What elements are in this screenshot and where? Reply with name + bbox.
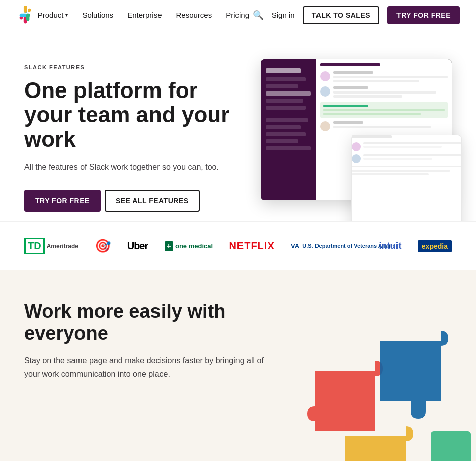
logo-uber: Uber	[127, 240, 148, 252]
nav-right: 🔍 Sign in TALK TO SALES TRY FOR FREE	[253, 6, 460, 24]
see-all-features-button[interactable]: SEE ALL FEATURES	[105, 190, 200, 212]
try-for-free-nav-button[interactable]: TRY FOR FREE	[387, 6, 460, 24]
hero-subtitle: All the features of Slack work together …	[24, 161, 235, 173]
section-work-title: Work more easily with everyone	[24, 301, 266, 344]
hero-label: SLACK FEATURES	[24, 64, 235, 70]
section-work: Work more easily with everyone Stay on t…	[0, 270, 476, 461]
sign-in-link[interactable]: Sign in	[272, 11, 295, 19]
nav-resources[interactable]: Resources	[176, 11, 212, 19]
hero-screenshot-overlay	[351, 135, 462, 221]
logo-target: 🎯	[95, 238, 111, 254]
section-work-left: Work more easily with everyone Stay on t…	[24, 301, 266, 401]
logo-va: VA U.S. Department of Veterans Affairs	[291, 242, 363, 250]
nav-product[interactable]: Product ▾	[38, 11, 68, 19]
logo-netflix: NETFLIX	[229, 240, 274, 252]
chevron-down-icon: ▾	[65, 12, 68, 18]
logos-bar: TD Ameritrade 🎯 Uber + one medical NETFL…	[0, 221, 476, 270]
logo-one-medical: + one medical	[165, 241, 213, 251]
nav-enterprise[interactable]: Enterprise	[127, 11, 162, 19]
hero-section: SLACK FEATURES One platform for your tea…	[0, 30, 476, 221]
search-button[interactable]: 🔍	[253, 10, 264, 21]
puzzle-svg	[275, 291, 476, 461]
hero-screenshot-area	[235, 54, 452, 215]
section-work-description: Stay on the same page and make decisions…	[24, 354, 266, 380]
nav-solutions[interactable]: Solutions	[82, 11, 113, 19]
talk-to-sales-button[interactable]: TALK TO SALES	[303, 6, 379, 24]
svg-rect-0	[431, 431, 471, 461]
try-for-free-hero-button[interactable]: TRY FOR FREE	[24, 190, 101, 212]
nav-links: Product ▾ Solutions Enterprise Resources…	[38, 11, 249, 19]
hero-left: SLACK FEATURES One platform for your tea…	[24, 54, 235, 212]
logo[interactable]	[16, 6, 34, 24]
hero-ctas: TRY FOR FREE SEE ALL FEATURES	[24, 190, 235, 212]
logo-intuit: intuit	[379, 241, 402, 251]
screenshot-sidebar	[261, 59, 316, 200]
puzzle-illustration	[275, 291, 476, 461]
logo-td-ameritrade: TD Ameritrade	[24, 238, 78, 254]
hero-title: One platform for your team and your work	[24, 78, 235, 151]
nav-pricing[interactable]: Pricing	[226, 11, 249, 19]
navigation: Product ▾ Solutions Enterprise Resources…	[0, 0, 476, 30]
logo-expedia: expedia	[418, 240, 452, 252]
